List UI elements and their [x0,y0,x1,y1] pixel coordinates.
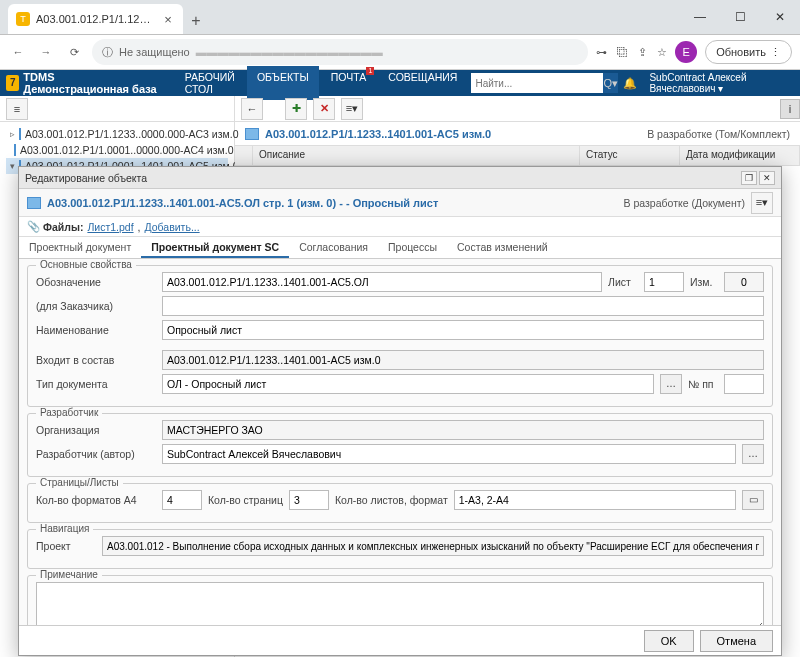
files-row: 📎 Файлы: Лист1.pdf, Добавить... [19,217,781,237]
tree-item[interactable]: ▹A03.001.012.P1/1.1233..0000.000-AC3 изм… [6,126,228,142]
note-textarea[interactable] [36,582,764,625]
security-label: Не защищено [119,46,190,58]
address-field[interactable]: ⓘ Не защищено ▬▬▬▬▬▬▬▬▬▬▬▬▬▬▬▬▬ [92,39,588,65]
browser-tabs: T A03.001.012.P1/1.1233..1401.001 × + — … [0,0,800,35]
dialog-status: В разработке (Документ) [624,197,745,209]
toolbar-delete[interactable]: ✕ [313,98,335,120]
close-button[interactable]: ✕ [760,0,800,34]
rev-field[interactable] [724,272,764,292]
dialog-title: Редактирование объекта [25,172,147,184]
forward-button[interactable]: → [36,42,56,62]
share-icon[interactable]: ⇪ [638,46,647,59]
app-nav: РАБОЧИЙ СТОЛ ОБЪЕКТЫ ПОЧТА1 СОВЕЩАНИЯ [175,66,468,100]
group-nav: Навигация Проект [27,529,773,569]
favicon: T [16,12,30,26]
dialog-close[interactable]: ✕ [759,171,775,185]
breadcrumb-text: A03.001.012.P1/1.1233..1401.001-AC5 изм.… [265,128,491,140]
translate-icon[interactable]: ⿻ [617,46,628,58]
group-pages: Страницы/Листы Кол-во форматов А4 Кол-во… [27,483,773,523]
address-bar: ← → ⟳ ⓘ Не защищено ▬▬▬▬▬▬▬▬▬▬▬▬▬▬▬▬▬ ⊶ … [0,35,800,70]
mail-badge: 1 [366,67,374,75]
tree-toolbar: ≡ [0,96,234,122]
cancel-button[interactable]: Отмена [700,630,773,652]
sheets-field[interactable] [454,490,736,510]
col-status[interactable]: Статус [580,146,680,165]
dialog-maximize[interactable]: ❐ [741,171,757,185]
tab-title: A03.001.012.P1/1.1233..1401.001 [36,13,155,25]
sheet-field[interactable] [644,272,684,292]
toolbar-menu[interactable]: ≡▾ [341,98,363,120]
dialog-menu[interactable]: ≡▾ [751,192,773,214]
file-link[interactable]: Лист1.pdf [87,221,133,233]
npp-field[interactable] [724,374,764,394]
toolbar-icons: ⊶ ⿻ ⇪ ☆ [596,46,667,59]
url-blur: ▬▬▬▬▬▬▬▬▬▬▬▬▬▬▬▬▬ [196,46,578,58]
app-logo: 7 [6,75,19,91]
nav-meetings[interactable]: СОВЕЩАНИЯ [378,66,467,100]
ok-button[interactable]: OK [644,630,694,652]
group-note: Примечание [27,575,773,625]
dialog-header-text: A03.001.012.P1/1.1233..1401.001-AC5.ОЛ с… [47,197,438,209]
tab-processes[interactable]: Процессы [378,237,447,258]
doctype-lookup-button[interactable]: … [660,374,682,394]
col-desc[interactable]: Описание [253,146,580,165]
tree-menu-button[interactable]: ≡ [6,98,28,120]
nav-objects[interactable]: ОБЪЕКТЫ [247,66,319,100]
tab-doc[interactable]: Проектный документ [19,237,141,258]
minimize-button[interactable]: — [680,0,720,34]
folder-icon [19,128,21,140]
new-tab-button[interactable]: + [183,8,209,34]
breadcrumb-status: В разработке (Том/Комплект) [647,128,790,140]
pages-field[interactable] [289,490,329,510]
dialog-title-bar[interactable]: Редактирование объекта ❐ ✕ [19,167,781,189]
dialog-header: A03.001.012.P1/1.1233..1401.001-AC5.ОЛ с… [19,189,781,217]
dialog-footer: OK Отмена [19,625,781,655]
back-button[interactable]: ← [8,42,28,62]
star-icon[interactable]: ☆ [657,46,667,59]
tab-changes[interactable]: Состав изменений [447,237,558,258]
nav-desktop[interactable]: РАБОЧИЙ СТОЛ [175,66,245,100]
nav-mail[interactable]: ПОЧТА1 [321,66,377,100]
toolbar-back[interactable]: ← [241,98,263,120]
tab-close-icon[interactable]: × [161,12,175,26]
add-file-link[interactable]: Добавить... [144,221,199,233]
partof-field[interactable] [162,350,764,370]
profile-avatar[interactable]: Е [675,41,697,63]
files-label: Файлы: [43,221,83,233]
main-toolbar: ← ✚ ✕ ≡▾ [235,96,800,122]
author-lookup-button[interactable]: … [742,444,764,464]
insecure-icon: ⓘ [102,45,113,60]
app-title: TDMS Демонстрационная база [23,71,162,95]
maximize-button[interactable]: ☐ [720,0,760,34]
a4-field[interactable] [162,490,202,510]
search-input[interactable] [475,78,602,89]
project-field[interactable] [102,536,764,556]
window-controls: — ☐ ✕ [680,0,800,34]
browser-tab[interactable]: T A03.001.012.P1/1.1233..1401.001 × [8,4,183,34]
grid-header: Описание Статус Дата модификации [235,146,800,166]
tab-doc-sc[interactable]: Проектный документ SC [141,237,289,258]
sheets-button[interactable]: ▭ [742,490,764,510]
author-field[interactable] [162,444,736,464]
search-button[interactable]: Q▾ [602,73,618,93]
right-panel: i [780,96,800,657]
update-button[interactable]: Обновить⋮ [705,40,792,64]
doctype-field[interactable] [162,374,654,394]
key-icon[interactable]: ⊶ [596,46,607,59]
notification-icon[interactable]: 🔔 [623,77,637,90]
folder-icon [245,128,259,140]
designation-field[interactable] [162,272,602,292]
customer-field[interactable] [162,296,764,316]
tree-item[interactable]: A03.001.012.P1/1.0001..0000.000-AC4 изм.… [6,142,228,158]
app-header: 7 TDMS Демонстрационная база РАБОЧИЙ СТО… [0,70,800,96]
tab-approvals[interactable]: Согласования [289,237,378,258]
group-main: Основные свойства Обозначение Лист Изм. … [27,265,773,407]
toolbar-new[interactable]: ✚ [285,98,307,120]
user-menu[interactable]: SubContract Алексей Вячеславович ▾ [649,72,794,94]
name-field[interactable] [162,320,764,340]
dialog-body: Основные свойства Обозначение Лист Изм. … [19,259,781,625]
group-dev: Разработчик Организация Разработчик (авт… [27,413,773,477]
org-field[interactable] [162,420,764,440]
reload-button[interactable]: ⟳ [64,42,84,62]
info-button[interactable]: i [780,99,800,119]
